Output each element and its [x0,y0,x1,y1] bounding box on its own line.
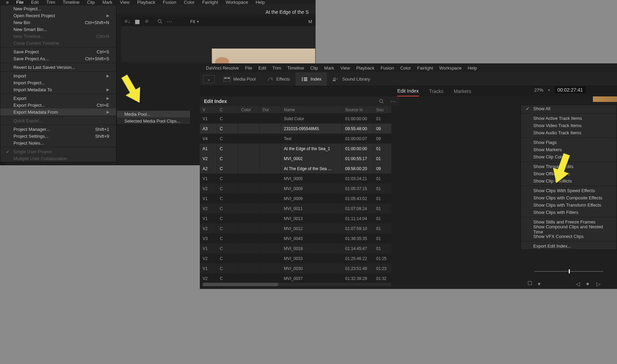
menu-color-r[interactable]: Color [400,65,411,71]
context-item-show-clips-with-speed-effects[interactable]: Show Clips With Speed Effects [521,187,617,194]
menu-davinci[interactable]: DaVinci Resolve [206,65,239,71]
fit-dropdown[interactable]: Fit ▾ [190,19,199,24]
table-row[interactable]: V3CMVI_004301:36:35:3501 [200,233,391,243]
timecode[interactable]: 00:02:27:41 [555,86,586,93]
menu-item-open-recent-project[interactable]: Open Recent Project▶ [0,12,116,19]
menu-mark-r[interactable]: Mark [324,65,334,71]
menu-item-export-project-[interactable]: Export Project...Ctrl+E [0,102,116,108]
menu-workspace-r[interactable]: Workspace [439,65,462,71]
more-icon[interactable]: ⋯ [167,19,172,24]
menu-item-save-project-as-[interactable]: Save Project As...Ctrl+Shift+S [0,55,116,62]
context-item-show-flags[interactable]: Show Flags [521,139,617,146]
th-source-in[interactable]: Source In [342,106,373,113]
zoom-slider-thumb[interactable] [569,269,570,273]
th-v[interactable]: V [200,106,217,113]
tab-edit-index[interactable]: Edit Index [397,86,419,96]
table-row[interactable]: V2CMVI_000201:00:55:1701 [200,154,391,164]
submenu-item-media-pool-[interactable]: Media Pool... [117,111,190,117]
menu-mark[interactable]: Mark [102,0,112,5]
th-c[interactable]: C [217,106,238,113]
table-row[interactable]: V2CMVI_000801:05:37:1501 [200,184,391,194]
menu-playback-r[interactable]: Playback [356,65,374,71]
context-item-show-clips-with-transform-effects[interactable]: Show Clips with Transform Effects [521,201,617,209]
th-name[interactable]: Name [281,106,342,113]
menu-item-new-project-[interactable]: New Project... [0,5,116,12]
menu-clip-r[interactable]: Clip [310,65,318,71]
context-item-show-clips-with-composite-effects[interactable]: Show Clips with Composite Effects [521,194,617,201]
table-row[interactable]: A3C231015-095548MS09:55:48:0009 [200,124,391,134]
dot-icon[interactable]: ● [586,281,591,285]
menu-item-import[interactable]: Import▶ [0,72,116,79]
menu-view[interactable]: View [120,0,130,5]
next-icon[interactable]: ▷ [596,281,601,285]
table-row[interactable]: V1CMVI_000901:05:43:0201 [200,194,391,204]
tab-markers[interactable]: Markers [454,86,471,96]
menu-file[interactable]: File [16,0,23,5]
context-item-show-audio-track-items[interactable]: Show Audio Track Items [521,129,617,136]
menu-item-revert-to-last-saved-version-[interactable]: Revert to Last Saved Version... [0,64,116,71]
menu-file-e[interactable]: e [6,0,9,5]
zoom-percent[interactable]: 27% [534,87,543,93]
menu-fusion[interactable]: Fusion [163,0,176,5]
menu-clip[interactable]: Clip [87,0,95,5]
th-sou[interactable]: Sou [373,106,389,113]
th-color[interactable]: Color [238,106,260,113]
menu-playback[interactable]: Playback [137,0,155,5]
menu-fusion-r[interactable]: Fusion [381,65,394,71]
menu-item-import-project-[interactable]: Import Project... [0,79,116,86]
menu-fairlight[interactable]: Fairlight [202,0,218,5]
th-dur[interactable]: Dur [260,106,281,113]
menu-item-save-project[interactable]: Save ProjectCtrl+S [0,48,116,55]
menu-item-export[interactable]: Export▶ [0,95,116,102]
dropdown-icon[interactable]: ▾ [538,281,543,285]
menu-item-project-notes-[interactable]: Project Notes... [0,139,116,146]
search-icon[interactable] [378,97,385,105]
menu-edit-r[interactable]: Edit [258,65,266,71]
menu-help-r[interactable]: Help [468,65,477,71]
context-item-show-all[interactable]: ✓Show All [521,105,617,112]
horizontal-scrollbar[interactable] [203,283,391,286]
submenu-item-selected-media-pool-clips-[interactable]: Selected Media Pool Clips... [117,117,190,124]
context-item-show-vfx-connect-clips[interactable]: Show VFX Connect Clips [521,233,617,240]
menu-item-export-metadata-from[interactable]: Export Metadata From▶ [0,108,116,115]
table-row[interactable]: V4CText01:00:00:0709 [200,134,391,144]
menu-fairlight-r[interactable]: Fairlight [417,65,433,71]
media-pool-button[interactable]: Media Pool [218,72,261,86]
menu-help[interactable]: Help [256,0,265,5]
menu-item-new-smart-bin-[interactable]: New Smart Bin... [0,26,116,33]
crop-icon[interactable] [527,281,532,285]
table-row[interactable]: A1CAt the Edge of the Sea_101:00:00:0001 [200,144,391,154]
menu-item-new-bin[interactable]: New BinCtrl+Shift+N [0,19,116,26]
context-item-show-active-track-items[interactable]: Show Active Track Items [521,115,617,122]
menu-item-project-manager-[interactable]: Project Manager...Shift+1 [0,126,116,133]
sound-library-button[interactable]: Sound Library [327,72,376,86]
grid-view-icon[interactable]: ▦ [134,19,140,24]
context-item-show-compound-clips-and-nested-time[interactable]: Show Compound Clips and Nested Time [521,226,617,233]
context-item-show-clips-with-filters[interactable]: Show Clips with Filters [521,209,617,216]
chevron-down-icon[interactable]: ▾ [548,88,550,92]
menu-edit[interactable]: Edit [31,0,39,5]
table-row[interactable]: A2CAt The Edge of the Sea ...09:58:00:20… [200,164,391,174]
table-row[interactable]: V2CMVI_001101:07:08:2401 [200,204,391,214]
index-button[interactable]: Index [296,72,327,86]
table-row[interactable]: V1CMVI_000501:03:24:2101 [200,174,391,184]
tab-tracks[interactable]: Tracks [429,86,443,96]
menu-color[interactable]: Color [184,0,195,5]
menu-timeline-r[interactable]: Timeline [287,65,304,71]
table-row[interactable]: V2CMVI_001201:07:59:1001 [200,223,391,233]
effects-button[interactable]: Effects [261,72,296,86]
menu-trim-r[interactable]: Trim [272,65,281,71]
list-view-icon[interactable]: ≡ [144,19,150,24]
menu-trim[interactable]: Trim [47,0,55,5]
more-icon[interactable]: ⋯ [389,97,397,105]
prev-icon[interactable]: ◁ [576,281,580,285]
scrollbar-thumb[interactable] [203,283,278,286]
menu-view-r[interactable]: View [340,65,350,71]
table-row[interactable]: V1CSolid Color01:00:00:0001 [200,114,391,124]
search-icon[interactable] [157,19,163,24]
context-item-export-edit-index-[interactable]: Export Edit Index... [521,242,617,250]
table-row[interactable]: V2CMVI_003701:32:38:2901:32 [200,273,391,283]
expand-button[interactable]: ⌄ [203,75,215,83]
context-item-show-video-track-items[interactable]: Show Video Track Items [521,122,617,129]
table-row[interactable]: V1CMVI_003001:23:51:4901:23 [200,263,391,273]
